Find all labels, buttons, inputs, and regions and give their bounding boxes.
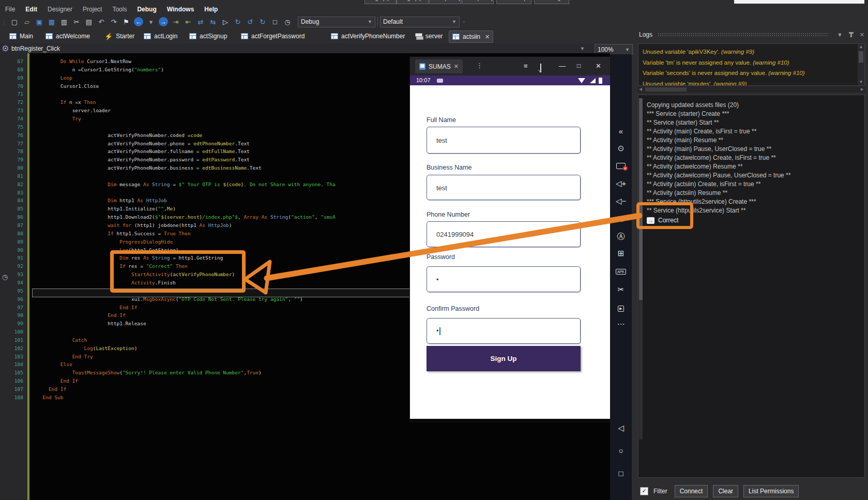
log-entry[interactable]: ** Activity (main) Resume ** [647,137,723,144]
list-permissions-button[interactable]: List Permissions [743,485,799,497]
quick-link-button[interactable]: Visual Designer (Ctrl+6) [534,0,569,4]
timer-icon[interactable]: ◷ [282,17,293,27]
full-name-input[interactable]: test [427,127,581,154]
device-tab[interactable]: SUMAS ✕ [415,59,463,73]
log-entry[interactable]: *** Service (starter) Create *** [647,110,729,117]
paste-icon[interactable]: ▤ [83,17,95,27]
menu-project[interactable]: Project [78,4,107,14]
scroll-right-icon[interactable]: ▶ [861,86,864,93]
log-entry[interactable]: ** Activity (actsiin) Create, isFirst = … [647,180,760,188]
tab-actsiin[interactable]: actsiin✕ [449,31,493,43]
fullscreen-icon[interactable]: ⊡ [610,214,632,223]
screen-record-icon[interactable]: ▶ [610,302,632,312]
run-icon[interactable]: ▷ [220,17,231,27]
outdent-icon[interactable]: ⇤ [182,17,194,27]
menu-edit[interactable]: Edit [20,4,42,14]
logs-header[interactable]: Logs ▼ ✕ [635,28,868,41]
log-entry[interactable]: ** Activity (main) Create, isFirst = tru… [647,128,756,135]
indent-icon[interactable]: ⇥ [170,17,181,27]
collapse-icon[interactable]: « [610,127,632,135]
horizontal-scrollbar[interactable]: ◀ ▶ [638,86,865,93]
log-entry[interactable]: ** Activity (actwelcome) Create, isFirst… [647,154,776,161]
log-entry[interactable]: Copying updated assets files (20) [647,101,739,109]
tab-main[interactable]: Main [6,31,36,42]
navigate-forward-icon[interactable]: → [159,17,168,26]
panel-dropdown-icon[interactable]: ▼ [837,32,843,38]
maximize-icon[interactable]: □ [577,62,581,69]
debug-mode-select[interactable]: Debug▼ [298,17,375,27]
scrollbar-thumb[interactable] [859,51,863,63]
log-entry[interactable]: ** Activity (actwelcome) Resume ** [647,163,742,170]
menu-debug[interactable]: Debug [132,4,161,14]
sync-designer-icon[interactable]: ⇆ [207,17,219,27]
close-icon[interactable]: ✕ [596,62,601,70]
log-entry[interactable]: ** Activity (actwelcome) Pause, UserClos… [647,172,790,179]
clipboard-cut-icon[interactable]: ✂ [610,285,632,294]
tab-starter[interactable]: ⚡Starter [101,31,138,42]
build-config-select[interactable]: Default▼ [380,17,460,27]
connect-button[interactable]: Connect [675,485,708,497]
volume-up-icon[interactable]: ◁+ [610,179,632,188]
bookmark-icon[interactable]: ⚑ [120,17,132,27]
close-icon[interactable]: ✕ [454,63,459,70]
password-input[interactable]: • [427,266,581,292]
menu-icon[interactable]: ≡ [524,62,528,70]
tab-actsignup[interactable]: actSignup [186,31,230,42]
clear-button[interactable]: Clear [713,485,738,497]
screenshot-icon[interactable]: ⊞ [610,249,632,258]
menu-help[interactable]: Help [199,4,223,14]
menu-windows[interactable]: Windows [162,4,200,14]
scroll-left-icon[interactable]: ◀ [639,86,642,93]
minimize-icon[interactable]: — [559,62,566,70]
tab-server[interactable]: server [412,31,446,42]
close-icon[interactable]: ✕ [860,32,864,38]
log-entry[interactable]: ** Service (starter) Start ** [647,119,719,126]
undo-icon[interactable]: ↶ [96,17,107,27]
scrollbar-thumb[interactable] [639,98,643,300]
back-dropdown-icon[interactable]: ▾ [145,17,157,27]
save-all-icon[interactable]: ▦ [46,17,57,27]
vertical-scrollbar[interactable] [639,98,643,440]
android-back-icon[interactable]: ◁ [610,423,632,433]
sub-dropdown-icon[interactable]: ▼ [580,46,585,51]
confirm-password-input[interactable]: • [427,318,581,344]
log-entry[interactable]: ** Activity (actsiin) Resume ** [647,189,727,196]
menu-designer[interactable]: Designer [42,4,78,14]
tab-menu-icon[interactable]: ⋮ [476,62,483,69]
compile-release-icon[interactable]: ↻ [257,17,268,27]
android-recents-icon[interactable]: □ [610,469,632,478]
auto-rotate-icon[interactable]: Ⓐ [610,232,632,241]
log-entries-list[interactable]: Copying updated assets files (20)*** Ser… [638,95,865,478]
vertical-scrollbar[interactable]: ▲ ▼ [858,44,864,85]
scroll-up-icon[interactable]: ▲ [858,44,864,50]
quick-link-button[interactable]: actSignup (Ctrl+2) [397,0,429,4]
toolbar-overflow-icon[interactable]: ▿ [463,20,465,24]
tab-actwelcome[interactable]: actWelcome [42,31,93,42]
menu-file[interactable]: File [0,4,20,14]
quick-link-button[interactable]: actsiin (Ctrl+4) [462,0,494,4]
popout-icon[interactable] [540,64,541,72]
tab-actforgetpassword[interactable]: actForgetPassword [238,31,308,42]
menu-tools[interactable]: Tools [107,4,132,14]
open-folder-icon[interactable]: ▱ [21,17,33,27]
redo-icon[interactable]: ↷ [108,17,119,27]
close-icon[interactable]: ✕ [485,34,490,40]
navigate-back-icon[interactable]: ← [134,17,143,26]
sync-modules-icon[interactable]: ⇄ [195,17,206,27]
save-icon[interactable]: ▣ [34,17,45,27]
install-apk-icon[interactable]: APK [610,266,632,275]
log-entry[interactable]: ** Activity (main) Pause, UserClosed = t… [647,145,771,153]
phone-number-input[interactable]: 0241999094 [427,221,581,247]
device-titlebar[interactable]: SUMAS ✕ ⋮ ≡ — □ ✕ [410,57,610,75]
stop-icon[interactable]: □ [269,17,281,27]
sign-up-button[interactable]: Sign Up [427,346,581,371]
tab-actlogin[interactable]: actLogin [141,31,180,42]
warnings-list[interactable]: Unused variable 'apikV3Key'. (warning #9… [638,43,865,86]
business-name-input[interactable]: test [427,175,581,200]
quick-link-button[interactable]: actWelcome (Ctrl+5) [496,0,531,4]
quick-link-button[interactable]: actsiin (Ctrl+3) [429,0,461,4]
filter-checkbox[interactable]: ✓ [640,487,648,495]
pin-icon[interactable] [850,32,852,37]
breadcrumb[interactable]: btnRegister_Click [11,45,60,52]
volume-down-icon[interactable]: ◁− [610,196,632,206]
